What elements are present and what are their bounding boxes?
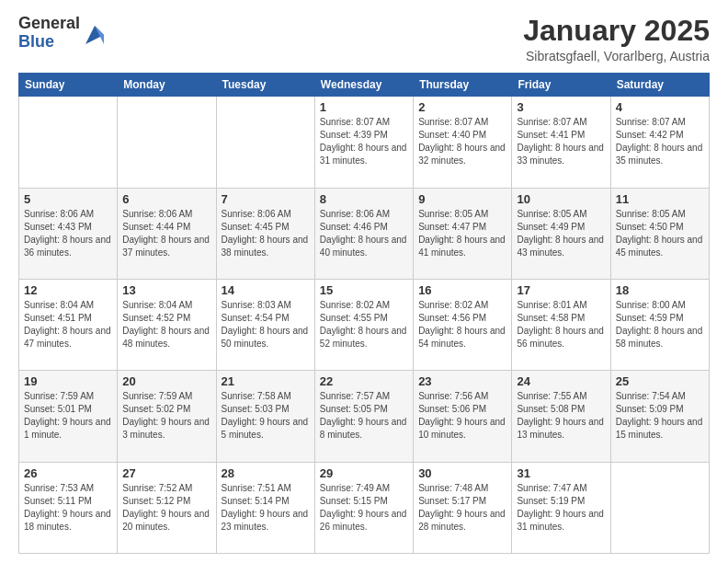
day-info: Sunrise: 8:00 AM Sunset: 4:59 PM Dayligh…: [616, 299, 704, 350]
title-block: January 2025 Sibratsgfaell, Vorarlberg, …: [523, 15, 710, 63]
day-info: Sunrise: 7:53 AM Sunset: 5:11 PM Dayligh…: [24, 482, 112, 534]
day-number: 26: [24, 466, 112, 480]
day-number: 7: [222, 192, 310, 206]
logo-text: General Blue: [18, 15, 80, 52]
weekday-header-row: SundayMondayTuesdayWednesdayThursdayFrid…: [19, 74, 710, 97]
day-number: 3: [517, 100, 605, 114]
day-info: Sunrise: 7:59 AM Sunset: 5:01 PM Dayligh…: [24, 390, 112, 442]
day-number: 4: [616, 100, 704, 114]
calendar-cell: 28Sunrise: 7:51 AM Sunset: 5:14 PM Dayli…: [216, 462, 314, 553]
day-info: Sunrise: 7:52 AM Sunset: 5:12 PM Dayligh…: [122, 482, 210, 534]
day-info: Sunrise: 8:05 AM Sunset: 4:47 PM Dayligh…: [418, 208, 506, 259]
weekday-header-sunday: Sunday: [19, 74, 118, 97]
day-number: 5: [24, 192, 112, 206]
day-info: Sunrise: 8:04 AM Sunset: 4:52 PM Dayligh…: [122, 299, 210, 350]
weekday-header-friday: Friday: [512, 74, 610, 97]
weekday-header-saturday: Saturday: [610, 74, 709, 97]
calendar-cell: [19, 97, 118, 188]
day-number: 11: [616, 192, 704, 206]
day-info: Sunrise: 8:07 AM Sunset: 4:40 PM Dayligh…: [418, 116, 506, 167]
day-info: Sunrise: 7:55 AM Sunset: 5:08 PM Dayligh…: [517, 390, 605, 442]
calendar-cell: 6Sunrise: 8:06 AM Sunset: 4:44 PM Daylig…: [118, 188, 216, 279]
calendar-cell: 5Sunrise: 8:06 AM Sunset: 4:43 PM Daylig…: [19, 188, 118, 279]
calendar-cell: 29Sunrise: 7:49 AM Sunset: 5:15 PM Dayli…: [314, 462, 413, 553]
day-info: Sunrise: 8:07 AM Sunset: 4:42 PM Dayligh…: [616, 116, 704, 167]
calendar-table: SundayMondayTuesdayWednesdayThursdayFrid…: [18, 73, 710, 554]
day-info: Sunrise: 7:56 AM Sunset: 5:06 PM Dayligh…: [418, 390, 506, 442]
day-number: 8: [320, 192, 408, 206]
day-info: Sunrise: 7:57 AM Sunset: 5:05 PM Dayligh…: [320, 390, 408, 442]
day-info: Sunrise: 8:06 AM Sunset: 4:44 PM Dayligh…: [122, 208, 210, 259]
calendar-cell: 26Sunrise: 7:53 AM Sunset: 5:11 PM Dayli…: [19, 462, 118, 553]
day-number: 15: [320, 283, 408, 297]
day-number: 17: [517, 283, 605, 297]
calendar-cell: 3Sunrise: 8:07 AM Sunset: 4:41 PM Daylig…: [512, 97, 610, 188]
day-number: 18: [616, 283, 704, 297]
calendar-cell: 17Sunrise: 8:01 AM Sunset: 4:58 PM Dayli…: [512, 279, 610, 370]
day-info: Sunrise: 8:02 AM Sunset: 4:55 PM Dayligh…: [320, 299, 408, 350]
day-number: 14: [222, 283, 310, 297]
calendar-cell: 23Sunrise: 7:56 AM Sunset: 5:06 PM Dayli…: [414, 371, 512, 462]
page: General Blue January 2025 Sibratsgfaell,…: [0, 0, 728, 563]
calendar-cell: 24Sunrise: 7:55 AM Sunset: 5:08 PM Dayli…: [512, 371, 610, 462]
day-info: Sunrise: 8:01 AM Sunset: 4:58 PM Dayligh…: [517, 299, 605, 350]
calendar-cell: 16Sunrise: 8:02 AM Sunset: 4:56 PM Dayli…: [414, 279, 512, 370]
day-number: 10: [517, 192, 605, 206]
day-number: 31: [517, 466, 605, 480]
day-info: Sunrise: 7:48 AM Sunset: 5:17 PM Dayligh…: [418, 482, 506, 534]
calendar-week-row: 26Sunrise: 7:53 AM Sunset: 5:11 PM Dayli…: [19, 462, 710, 553]
weekday-header-monday: Monday: [118, 74, 216, 97]
logo-blue: Blue: [18, 33, 80, 52]
logo-general: General: [18, 15, 80, 33]
day-number: 16: [418, 283, 506, 297]
day-number: 20: [122, 374, 210, 388]
calendar-cell: 15Sunrise: 8:02 AM Sunset: 4:55 PM Dayli…: [314, 279, 413, 370]
calendar-cell: 11Sunrise: 8:05 AM Sunset: 4:50 PM Dayli…: [610, 188, 709, 279]
day-number: 13: [122, 283, 210, 297]
logo: General Blue: [18, 15, 108, 52]
day-info: Sunrise: 8:04 AM Sunset: 4:51 PM Dayligh…: [24, 299, 112, 350]
calendar-cell: [216, 97, 314, 188]
day-number: 6: [122, 192, 210, 206]
day-number: 23: [418, 374, 506, 388]
day-number: 24: [517, 374, 605, 388]
day-info: Sunrise: 8:06 AM Sunset: 4:43 PM Dayligh…: [24, 208, 112, 259]
calendar-week-row: 12Sunrise: 8:04 AM Sunset: 4:51 PM Dayli…: [19, 279, 710, 370]
calendar-week-row: 19Sunrise: 7:59 AM Sunset: 5:01 PM Dayli…: [19, 371, 710, 462]
day-info: Sunrise: 8:05 AM Sunset: 4:50 PM Dayligh…: [616, 208, 704, 259]
day-info: Sunrise: 7:51 AM Sunset: 5:14 PM Dayligh…: [222, 482, 310, 534]
day-number: 27: [122, 466, 210, 480]
day-info: Sunrise: 7:54 AM Sunset: 5:09 PM Dayligh…: [616, 390, 704, 442]
calendar-cell: 12Sunrise: 8:04 AM Sunset: 4:51 PM Dayli…: [19, 279, 118, 370]
calendar-cell: [610, 462, 709, 553]
day-info: Sunrise: 7:49 AM Sunset: 5:15 PM Dayligh…: [320, 482, 408, 534]
calendar-cell: 21Sunrise: 7:58 AM Sunset: 5:03 PM Dayli…: [216, 371, 314, 462]
day-info: Sunrise: 7:58 AM Sunset: 5:03 PM Dayligh…: [222, 390, 310, 442]
day-info: Sunrise: 8:06 AM Sunset: 4:45 PM Dayligh…: [222, 208, 310, 259]
day-number: 1: [320, 100, 408, 114]
calendar-cell: 2Sunrise: 8:07 AM Sunset: 4:40 PM Daylig…: [414, 97, 512, 188]
day-info: Sunrise: 8:05 AM Sunset: 4:49 PM Dayligh…: [517, 208, 605, 259]
calendar-cell: 30Sunrise: 7:48 AM Sunset: 5:17 PM Dayli…: [414, 462, 512, 553]
calendar-cell: 25Sunrise: 7:54 AM Sunset: 5:09 PM Dayli…: [610, 371, 709, 462]
header: General Blue January 2025 Sibratsgfaell,…: [18, 15, 710, 63]
day-number: 25: [616, 374, 704, 388]
calendar-cell: 27Sunrise: 7:52 AM Sunset: 5:12 PM Dayli…: [118, 462, 216, 553]
day-number: 22: [320, 374, 408, 388]
day-number: 29: [320, 466, 408, 480]
day-number: 19: [24, 374, 112, 388]
calendar-cell: 14Sunrise: 8:03 AM Sunset: 4:54 PM Dayli…: [216, 279, 314, 370]
day-number: 21: [222, 374, 310, 388]
calendar-cell: 1Sunrise: 8:07 AM Sunset: 4:39 PM Daylig…: [314, 97, 413, 188]
calendar-cell: 10Sunrise: 8:05 AM Sunset: 4:49 PM Dayli…: [512, 188, 610, 279]
month-title: January 2025: [523, 15, 710, 47]
calendar-cell: 20Sunrise: 7:59 AM Sunset: 5:02 PM Dayli…: [118, 371, 216, 462]
calendar-cell: 13Sunrise: 8:04 AM Sunset: 4:52 PM Dayli…: [118, 279, 216, 370]
day-info: Sunrise: 8:03 AM Sunset: 4:54 PM Dayligh…: [222, 299, 310, 350]
calendar-cell: 9Sunrise: 8:05 AM Sunset: 4:47 PM Daylig…: [414, 188, 512, 279]
day-number: 12: [24, 283, 112, 297]
calendar-week-row: 1Sunrise: 8:07 AM Sunset: 4:39 PM Daylig…: [19, 97, 710, 188]
calendar-cell: 8Sunrise: 8:06 AM Sunset: 4:46 PM Daylig…: [314, 188, 413, 279]
day-info: Sunrise: 7:47 AM Sunset: 5:19 PM Dayligh…: [517, 482, 605, 534]
day-info: Sunrise: 7:59 AM Sunset: 5:02 PM Dayligh…: [122, 390, 210, 442]
